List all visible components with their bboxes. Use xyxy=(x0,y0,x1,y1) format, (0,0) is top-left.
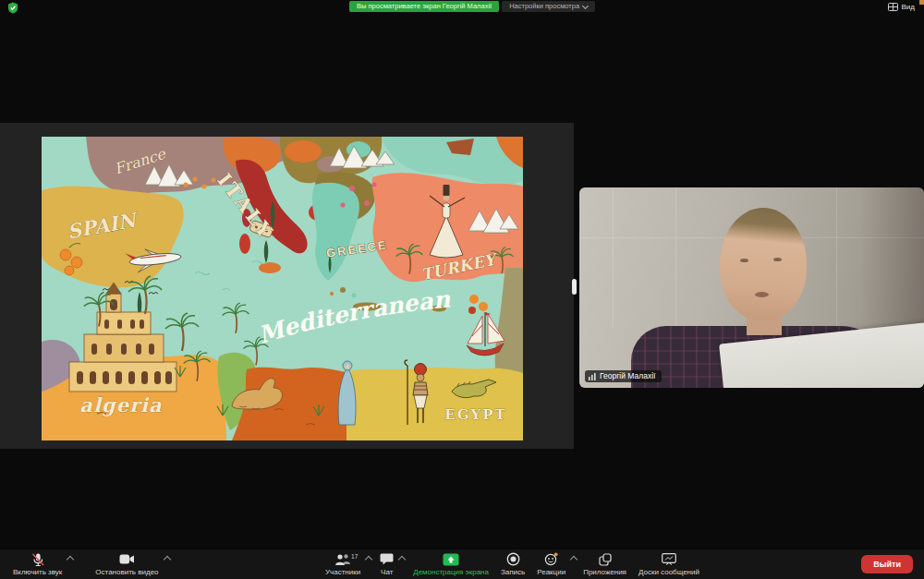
participant-name: Георгій Малахії xyxy=(600,372,655,380)
algeria-label: algeria xyxy=(79,393,162,416)
zoom-meeting-window: Вы просматриваете экран Георгій Малахії … xyxy=(0,0,924,579)
mic-muted-icon xyxy=(30,552,45,566)
participant-video-tile: Георгій Малахії xyxy=(579,187,924,388)
participants-button[interactable]: 17 Участники xyxy=(325,549,360,579)
apps-button[interactable]: Приложения xyxy=(583,549,626,579)
chevron-up-icon[interactable] xyxy=(365,556,372,563)
resize-handle[interactable] xyxy=(572,279,577,295)
video-camera-icon xyxy=(119,552,135,566)
apps-icon xyxy=(599,552,612,566)
shield-check-icon xyxy=(7,2,18,14)
unmute-button[interactable]: Включить звук xyxy=(13,549,62,579)
chevron-up-icon[interactable] xyxy=(67,556,74,563)
reactions-button[interactable]: Реакции xyxy=(537,549,565,579)
egypt-region xyxy=(346,368,523,440)
share-screen-button[interactable]: Демонстрация экрана xyxy=(413,549,489,579)
meeting-toolbar: Включить звук Остановить видео 17 Участн… xyxy=(0,549,924,579)
view-settings-label: Настройки просмотра xyxy=(509,1,579,12)
record-icon xyxy=(506,552,520,566)
view-button[interactable]: Вид xyxy=(888,1,915,12)
participants-icon xyxy=(334,552,351,566)
chevron-up-icon[interactable] xyxy=(163,556,170,563)
egypt-label: EGYPT xyxy=(444,406,506,423)
share-screen-icon xyxy=(443,552,459,566)
chevron-up-icon[interactable] xyxy=(398,556,406,563)
stop-video-button[interactable]: Остановить видео xyxy=(95,549,158,579)
top-bar: Вы просматриваете экран Георгій Малахії … xyxy=(0,0,924,13)
leave-button[interactable]: Выйти xyxy=(861,555,913,573)
shared-screen-area: France SPAIN ITALY GREECE TURKEY Mediter… xyxy=(0,123,574,449)
whiteboards-button[interactable]: Доски сообщений xyxy=(638,549,699,579)
record-button[interactable]: Запись xyxy=(501,549,525,579)
mic-signal-icon xyxy=(589,372,596,380)
chevron-down-icon xyxy=(582,2,589,8)
notification-dot xyxy=(919,0,924,5)
reactions-icon xyxy=(544,552,558,566)
participant-face xyxy=(720,208,807,320)
view-settings-button[interactable]: Настройки просмотра xyxy=(502,1,595,12)
mediterranean-map: France SPAIN ITALY GREECE TURKEY Mediter… xyxy=(42,137,523,440)
chevron-up-icon[interactable] xyxy=(570,556,578,563)
chat-button[interactable]: Чат xyxy=(380,549,394,579)
participants-count: 17 xyxy=(351,553,358,560)
chat-bubble-icon xyxy=(380,552,394,566)
whiteboard-icon xyxy=(662,552,676,566)
participant-name-badge: Георгій Малахії xyxy=(585,370,662,382)
view-button-label: Вид xyxy=(902,3,915,11)
screen-share-banner: Вы просматриваете экран Георгій Малахії xyxy=(349,1,499,12)
grid-view-icon xyxy=(888,3,898,11)
